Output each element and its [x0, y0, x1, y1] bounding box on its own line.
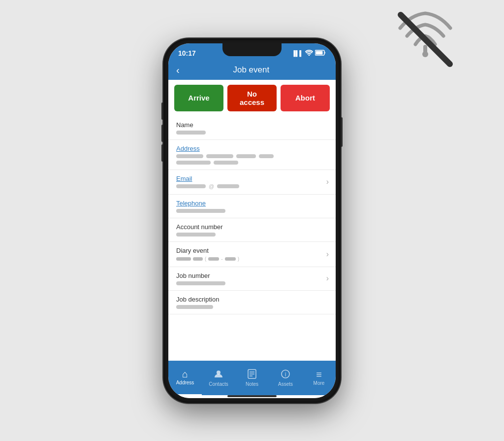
status-time: 10:17 [178, 49, 196, 57]
nav-assets-label: Assets [278, 381, 293, 387]
account-number-label: Account number [176, 223, 328, 231]
svg-point-4 [217, 371, 220, 374]
job-number-chevron-icon: › [326, 274, 329, 283]
nav-contacts[interactable]: Contacts [202, 361, 235, 395]
phone-shell: 10:17 ▐▌▌ [163, 38, 341, 403]
back-button[interactable]: ‹ [176, 65, 180, 75]
telephone-field[interactable]: Telephone [168, 195, 336, 218]
diary-event-chevron-icon: › [326, 250, 329, 259]
home-bar [227, 395, 277, 397]
diary-event-subtext: ( - ) [176, 256, 328, 262]
name-field: Name [168, 116, 336, 140]
address-line1-p1 [176, 154, 203, 158]
address-line2-p1 [176, 161, 211, 165]
email-label[interactable]: Email [176, 175, 328, 182]
wifi-icon [305, 50, 313, 57]
page-title: Job event [185, 65, 318, 75]
address-line2-p2 [214, 161, 238, 165]
content-area: Name Address Email [168, 116, 336, 361]
diary-event-label: Diary event [176, 247, 328, 254]
email-value-placeholder [176, 184, 206, 188]
header-bar: ‹ Job event [168, 60, 336, 80]
address-label[interactable]: Address [176, 145, 328, 152]
nav-assets[interactable]: i Assets [269, 361, 302, 395]
action-buttons-row: Arrive No access Abort [168, 80, 336, 116]
svg-rect-3 [316, 51, 323, 54]
phone-notch [222, 43, 282, 56]
signal-icon: ▐▌▌ [292, 50, 303, 56]
phone-screen: 10:17 ▐▌▌ [168, 43, 336, 398]
job-description-value-placeholder [176, 305, 213, 309]
job-number-value-placeholder [176, 281, 225, 285]
nav-address[interactable]: ⌂ Address [168, 361, 202, 395]
more-icon: ≡ [316, 370, 322, 379]
contacts-icon [214, 369, 223, 380]
assets-icon: i [281, 369, 290, 380]
svg-point-0 [422, 51, 428, 57]
home-icon: ⌂ [182, 369, 188, 379]
job-description-label: Job description [176, 296, 328, 303]
no-access-button[interactable]: No access [227, 85, 277, 111]
account-number-field: Account number [168, 218, 336, 242]
address-line1-p3 [236, 154, 256, 158]
notes-icon [248, 369, 256, 380]
name-value-placeholder [176, 131, 206, 135]
wifi-off-icon [393, 7, 457, 73]
arrive-button[interactable]: Arrive [174, 85, 223, 111]
diary-event-field[interactable]: Diary event ( - ) › [168, 242, 336, 267]
svg-text:i: i [285, 371, 286, 378]
address-line1-p2 [206, 154, 233, 158]
telephone-value-placeholder [176, 209, 225, 213]
account-number-value-placeholder [176, 233, 216, 237]
nav-notes-label: Notes [246, 381, 258, 387]
job-number-label: Job number [176, 272, 328, 279]
battery-icon [315, 50, 326, 57]
status-icons: ▐▌▌ [292, 50, 326, 57]
nav-address-label: Address [176, 380, 194, 385]
address-field[interactable]: Address [168, 140, 336, 170]
nav-notes[interactable]: Notes [235, 361, 269, 395]
bottom-nav: ⌂ Address Contacts [168, 361, 336, 395]
home-indicator [168, 395, 336, 398]
job-description-field: Job description [168, 291, 336, 314]
job-number-field: Job number › [168, 267, 336, 291]
telephone-label[interactable]: Telephone [176, 200, 328, 207]
abort-button[interactable]: Abort [281, 85, 330, 111]
email-chevron-icon: › [326, 177, 329, 186]
address-line1-p4 [259, 154, 274, 158]
nav-more[interactable]: ≡ More [302, 361, 336, 395]
nav-more-label: More [314, 380, 325, 386]
nav-contacts-label: Contacts [209, 381, 228, 387]
email-domain-placeholder [217, 184, 239, 188]
email-field[interactable]: Email @ › [168, 170, 336, 195]
name-label: Name [176, 121, 328, 129]
